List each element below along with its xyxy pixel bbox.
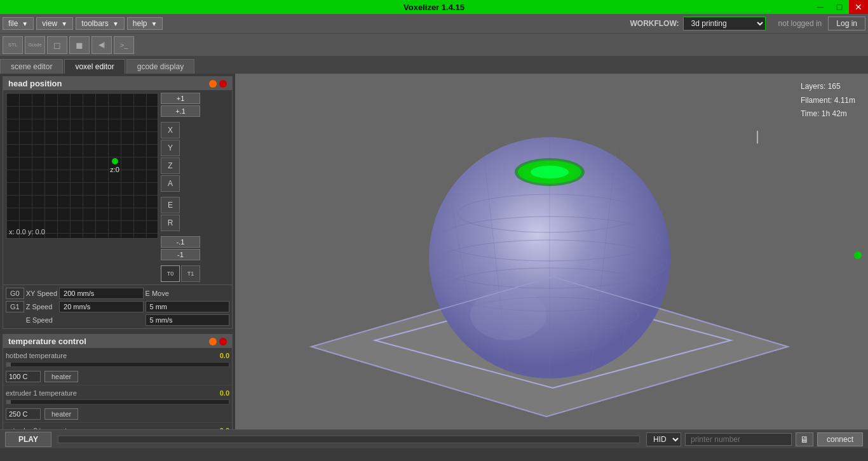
t1-button[interactable]: T1	[181, 265, 200, 282]
extruder2-row: extruder 2 temperature 0.0 heater	[3, 423, 232, 429]
left-panel: head position z:0 x: 0.0 y: 0.0	[0, 74, 235, 429]
jog-plus1-button[interactable]: +1	[161, 93, 200, 104]
workflow-label: WORKFLOW:	[630, 19, 679, 28]
speed-controls: G0 XY Speed E Move G1 Z Speed E Speed	[3, 284, 232, 328]
svg-point-16	[531, 166, 569, 178]
e-button[interactable]: E	[161, 197, 180, 213]
auth-section: not logged in Log in	[778, 17, 865, 30]
titlebar: Voxelizer 1.4.15 ─ □ ✕	[0, 0, 868, 14]
terminal-icon[interactable]: >_	[114, 36, 134, 54]
e-move-label: E Move	[146, 290, 229, 297]
temp-minimize-icon[interactable]	[209, 338, 217, 345]
head-position-section: head position z:0 x: 0.0 y: 0.0	[3, 76, 233, 329]
axis-buttons-2: E R	[161, 197, 200, 231]
toolbar: STL Gcode ◻ ◼ ◀| >_	[0, 33, 868, 56]
green-status-dot	[854, 251, 862, 259]
z-speed-input[interactable]	[59, 301, 143, 312]
filament-info: Filament: 4.11m	[801, 94, 855, 108]
t0-button[interactable]: T0	[161, 265, 180, 282]
play-step-icon[interactable]: ◀|	[92, 36, 112, 54]
monitor-button[interactable]: 🖥	[796, 432, 813, 446]
connect-button[interactable]: connect	[817, 432, 863, 446]
hid-section: HID 🖥 connect	[646, 432, 863, 446]
head-position-header: head position	[3, 77, 232, 90]
extruder1-controls: heater	[6, 408, 229, 420]
x-axis-button[interactable]: X	[161, 122, 180, 138]
log-in-button[interactable]: Log in	[828, 17, 865, 30]
tab-gcode-display[interactable]: gcode display	[126, 59, 194, 74]
e-speed-input[interactable]	[146, 314, 229, 326]
grid-lines	[6, 93, 158, 238]
hotbed-controls: heater	[6, 371, 229, 382]
not-logged-label: not logged in	[778, 19, 822, 28]
hotbed-row: hotbed temperature 0.0 heater	[3, 348, 232, 385]
header-icons	[209, 80, 227, 88]
extruder1-heater-button[interactable]: heater	[44, 408, 78, 420]
view-menu[interactable]: view ▼	[36, 17, 73, 30]
stl-icon[interactable]: STL	[3, 36, 23, 54]
r-button[interactable]: R	[161, 215, 180, 231]
file-menu[interactable]: file ▼	[3, 17, 34, 30]
gcode-icon[interactable]: Gcode	[25, 36, 45, 54]
tab-voxel-editor[interactable]: voxel editor	[64, 59, 125, 74]
extruder1-value: 0.0	[220, 389, 229, 397]
a-axis-button[interactable]: A	[161, 175, 180, 192]
jog-plus01-button[interactable]: +.1	[161, 105, 200, 117]
d-icon-1[interactable]: ◻	[47, 36, 67, 54]
xy-speed-input[interactable]	[59, 288, 143, 299]
head-position-content: z:0 x: 0.0 y: 0.0 +1 +.1 X Y Z A	[3, 90, 232, 284]
hotbed-value: 0.0	[220, 352, 229, 359]
minimize-button[interactable]: ─	[811, 0, 830, 14]
3d-viewport[interactable]: Layers: 165 Filament: 4.11m Time: 1h 42m	[235, 74, 868, 429]
temp-header-icons	[209, 338, 227, 345]
play-button[interactable]: PLAY	[5, 432, 51, 447]
extruder1-bar	[6, 400, 11, 404]
g0-button[interactable]: G0	[6, 288, 24, 299]
maximize-button[interactable]: □	[830, 0, 849, 14]
extruder1-temp-input[interactable]	[6, 408, 41, 420]
temp-control-header: temperature control	[3, 335, 232, 348]
file-menu-arrow: ▼	[22, 20, 28, 27]
g1-button[interactable]: G1	[6, 301, 24, 312]
jog-minus1-button[interactable]: -1	[161, 249, 200, 260]
temp-close-icon[interactable]	[219, 338, 227, 345]
axis-buttons: X Y Z A	[161, 122, 200, 192]
extruder1-row: extruder 1 temperature 0.0 heater	[3, 385, 232, 423]
tabbar: scene editor voxel editor gcode display	[0, 56, 868, 74]
e-speed-label: E Speed	[26, 316, 57, 324]
minimize-section-icon[interactable]	[209, 80, 217, 88]
extruder1-bar-container	[6, 399, 229, 404]
head-controls-right: +1 +.1 X Y Z A E R -.1 -1	[161, 93, 200, 282]
d-icon-2[interactable]: ◼	[69, 36, 90, 54]
help-menu[interactable]: help ▼	[127, 17, 163, 30]
main-area: head position z:0 x: 0.0 y: 0.0	[0, 74, 868, 429]
help-menu-arrow: ▼	[151, 20, 157, 27]
hotbed-temp-input[interactable]	[6, 371, 41, 382]
z-speed-label: Z Speed	[26, 303, 57, 311]
close-section-icon[interactable]	[219, 80, 227, 88]
printer-number-input[interactable]	[685, 433, 792, 446]
z-dot	[112, 158, 118, 164]
z-axis-button[interactable]: Z	[161, 157, 180, 174]
xy-label: x: 0.0 y: 0.0	[9, 228, 45, 236]
z-value-label: z:0	[110, 166, 119, 173]
bottombar: PLAY HID 🖥 connect	[0, 429, 868, 448]
toolbars-menu[interactable]: toolbars ▼	[76, 17, 125, 30]
view-menu-arrow: ▼	[61, 20, 67, 27]
workflow-section: WORKFLOW: 3d printing	[630, 17, 765, 30]
y-axis-button[interactable]: Y	[161, 140, 180, 156]
tab-scene-editor[interactable]: scene editor	[0, 59, 63, 74]
hid-select[interactable]: HID	[646, 432, 681, 446]
jog-minus01-button[interactable]: -.1	[161, 236, 200, 248]
hotbed-bar	[6, 363, 11, 366]
hotbed-heater-button[interactable]: heater	[44, 371, 78, 382]
xy-speed-label: XY Speed	[26, 290, 57, 297]
close-button[interactable]: ✕	[849, 0, 868, 14]
e-move-input[interactable]	[146, 301, 229, 312]
app-title: Voxelizer 1.4.15	[403, 3, 465, 12]
window-controls: ─ □ ✕	[811, 0, 868, 14]
extruder1-label: extruder 1 temperature	[6, 389, 77, 397]
temp-control-section: temperature control hotbed temperature 0…	[3, 334, 233, 429]
workflow-select[interactable]: 3d printing	[683, 17, 766, 30]
time-info: Time: 1h 42m	[801, 107, 855, 121]
